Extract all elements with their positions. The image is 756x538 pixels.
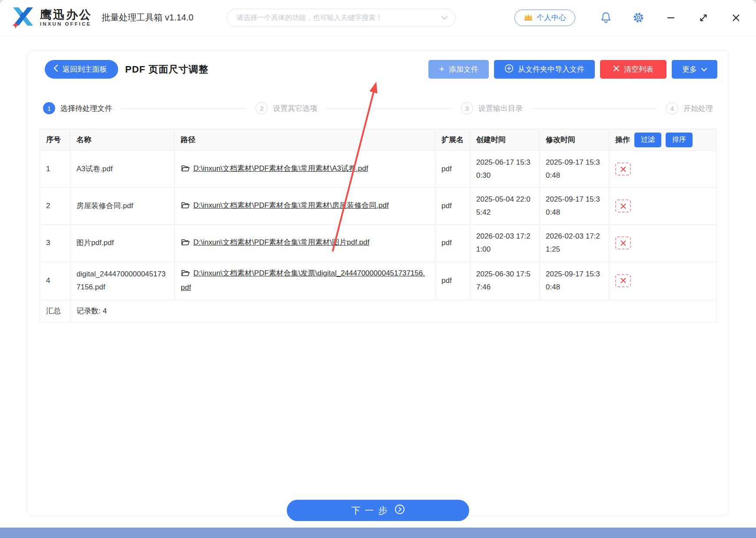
summary-row: 汇总 记录数: 4	[40, 300, 716, 322]
main-content: 返回到主面板 PDF 页面尺寸调整 + 添加文件	[0, 36, 756, 528]
cell-modified: 2025-09-17 15:30:48	[540, 188, 609, 225]
col-header-index: 序号	[40, 129, 70, 151]
clear-list-button[interactable]: 清空列表	[600, 60, 666, 79]
cell-path: D:\inxun\文档素材\PDF素材合集\常用素材\图片pdf.pdf	[175, 225, 435, 262]
cell-path: D:\inxun\文档素材\PDF素材合集\发票\digital_2444700…	[175, 262, 435, 300]
header-actions: + 添加文件 从文件夹中导入文件	[428, 60, 717, 79]
app-logo: 鹰迅办公 INXUN OFFICE	[10, 5, 92, 30]
cell-actions	[609, 262, 716, 300]
cell-index: 3	[40, 225, 70, 262]
cell-created: 2025-06-30 17:57:46	[470, 262, 540, 300]
step-4-label: 开始处理	[683, 103, 713, 113]
col-header-modified: 修改时间	[540, 129, 609, 151]
back-button-label: 返回到主面板	[63, 64, 107, 74]
next-step-label: 下一步	[351, 505, 392, 517]
cell-actions	[609, 151, 716, 188]
topbar: 鹰迅办公 INXUN OFFICE 批量处理工具箱 v1.14.0 个人中心	[0, 0, 756, 36]
step-2-options: 2 设置其它选项	[255, 102, 317, 114]
table-row: 2 房屋装修合同.pdf D:\inxun\文档素材\PDF素材合集\常用素材\…	[40, 188, 716, 225]
cell-index: 4	[40, 262, 70, 300]
delete-row-button[interactable]	[615, 274, 631, 287]
col-header-path: 路径	[175, 129, 435, 151]
chevron-down-icon	[701, 65, 707, 74]
table-header-row: 序号 名称 路径 扩展名 创建时间 修改时间 操作 过滤 排序	[40, 129, 716, 151]
filter-button[interactable]: 过滤	[634, 133, 661, 147]
cell-ext: pdf	[435, 151, 470, 188]
step-3-number: 3	[461, 102, 473, 114]
import-from-folder-button[interactable]: 从文件夹中导入文件	[494, 60, 595, 79]
cell-index: 2	[40, 188, 70, 225]
cell-created: 2026-02-03 17:21:00	[470, 225, 540, 262]
import-folder-label: 从文件夹中导入文件	[518, 64, 584, 74]
close-button[interactable]	[730, 12, 742, 24]
table-row: 4 digital_24447000000451737156.pdf D:\in…	[40, 262, 716, 300]
open-folder-icon	[181, 163, 190, 176]
cell-actions	[609, 188, 716, 225]
cell-name: 图片pdf.pdf	[70, 225, 175, 262]
chevron-left-icon	[53, 64, 58, 74]
more-button[interactable]: 更多	[672, 60, 717, 79]
crown-icon	[524, 13, 533, 23]
logo-x-icon	[10, 5, 35, 30]
step-1-number: 1	[43, 102, 55, 114]
table-row: 1 A3试卷.pdf D:\inxun\文档素材\PDF素材合集\常用素材\A3…	[40, 151, 716, 188]
table-row: 3 图片pdf.pdf D:\inxun\文档素材\PDF素材合集\常用素材\图…	[40, 225, 716, 262]
step-connector	[531, 108, 657, 109]
settings-gear-icon[interactable]	[632, 12, 644, 24]
function-search-combobox[interactable]	[226, 9, 456, 27]
notification-bell-icon[interactable]	[600, 12, 612, 24]
cell-name: digital_24447000000451737156.pdf	[70, 262, 175, 300]
cell-created: 2025-06-17 15:30:30	[470, 151, 540, 188]
cell-name: A3试卷.pdf	[70, 151, 175, 188]
chevron-down-icon[interactable]	[441, 14, 448, 22]
step-connector	[121, 108, 247, 109]
x-icon	[613, 65, 620, 74]
step-3-label: 设置输出目录	[478, 103, 523, 113]
minimize-button[interactable]	[665, 12, 677, 24]
delete-row-button[interactable]	[615, 199, 631, 213]
step-indicator: 1 选择待处理文件 2 设置其它选项 3 设置输出目录 4 开始处理	[27, 102, 729, 114]
cell-modified: 2026-02-03 17:21:25	[540, 225, 609, 262]
maximize-button[interactable]	[697, 12, 710, 24]
cell-actions	[609, 225, 716, 262]
more-label: 更多	[682, 64, 697, 74]
tool-panel: 返回到主面板 PDF 页面尺寸调整 + 添加文件	[27, 50, 729, 515]
step-1-select-files: 1 选择待处理文件	[43, 102, 112, 114]
delete-row-button[interactable]	[615, 236, 631, 249]
personal-center-label: 个人中心	[537, 13, 566, 23]
col-header-created: 创建时间	[470, 129, 540, 151]
logo-cn-text: 鹰迅办公	[40, 9, 92, 21]
next-step-button[interactable]: 下一步	[287, 500, 469, 521]
file-table: 序号 名称 路径 扩展名 创建时间 修改时间 操作 过滤 排序	[40, 129, 716, 322]
personal-center-button[interactable]: 个人中心	[514, 10, 575, 26]
cell-index: 1	[40, 151, 70, 188]
file-path-link[interactable]: D:\inxun\文档素材\PDF素材合集\常用素材\图片pdf.pdf	[193, 238, 369, 246]
cell-name: 房屋装修合同.pdf	[70, 188, 175, 225]
cell-modified: 2025-09-17 15:30:48	[540, 262, 609, 300]
file-path-link[interactable]: D:\inxun\文档素材\PDF素材合集\发票\digital_2444700…	[181, 269, 425, 292]
col-header-actions: 操作 过滤 排序	[609, 129, 716, 151]
open-folder-icon	[181, 237, 190, 250]
panel-header: 返回到主面板 PDF 页面尺寸调整 + 添加文件	[27, 51, 729, 79]
record-count: 记录数: 4	[70, 300, 716, 322]
file-path-link[interactable]: D:\inxun\文档素材\PDF素材合集\常用素材\房屋装修合同.pdf	[193, 201, 389, 209]
back-to-dashboard-button[interactable]: 返回到主面板	[45, 60, 118, 79]
cell-created: 2025-05-04 22:05:42	[470, 188, 540, 225]
add-files-label: 添加文件	[449, 64, 478, 74]
cell-ext: pdf	[435, 262, 470, 300]
step-1-label: 选择待处理文件	[60, 103, 112, 113]
summary-label: 汇总	[40, 300, 70, 322]
app-window: 鹰迅办公 INXUN OFFICE 批量处理工具箱 v1.14.0 个人中心	[0, 0, 756, 528]
col-header-name: 名称	[70, 129, 175, 151]
cell-modified: 2025-09-17 15:30:48	[540, 151, 609, 188]
open-folder-icon	[181, 268, 190, 281]
open-folder-icon	[181, 200, 190, 213]
search-input[interactable]	[236, 14, 441, 22]
sort-button[interactable]: 排序	[666, 133, 693, 147]
add-files-button[interactable]: + 添加文件	[428, 60, 489, 79]
cell-ext: pdf	[435, 188, 470, 225]
delete-row-button[interactable]	[615, 163, 631, 176]
step-connector	[326, 108, 452, 109]
file-path-link[interactable]: D:\inxun\文档素材\PDF素材合集\常用素材\A3试卷.pdf	[193, 164, 368, 173]
circle-arrow-right-icon	[397, 504, 405, 517]
